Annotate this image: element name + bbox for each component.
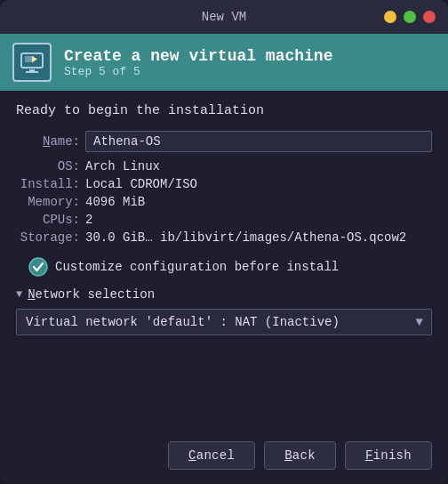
- memory-value: 4096 MiB: [85, 195, 145, 209]
- finish-label: Finish: [365, 448, 412, 463]
- name-row: Name:: [16, 131, 432, 152]
- os-value: Arch Linux: [85, 159, 160, 173]
- storage-value: 30.0 GiB… ib/libvirt/images/Athena-OS.qc…: [85, 230, 406, 245]
- back-label: Back: [284, 448, 316, 463]
- cpus-row: CPUs: 2: [16, 213, 432, 227]
- cpus-value: 2: [85, 213, 92, 227]
- header-text: Create a new virtual machine Step 5 of 5: [64, 47, 332, 78]
- vm-icon: [20, 50, 44, 75]
- name-input[interactable]: [85, 131, 432, 152]
- back-button[interactable]: Back: [264, 441, 336, 470]
- memory-label: Memory:: [16, 195, 80, 209]
- window-controls: [384, 11, 436, 23]
- os-row: OS: Arch Linux: [16, 159, 432, 173]
- os-label: OS:: [16, 159, 80, 173]
- memory-row: Memory: 4096 MiB: [16, 195, 432, 209]
- finish-button[interactable]: Finish: [345, 441, 432, 470]
- cpus-label: CPUs:: [16, 213, 80, 227]
- dialog-title: Create a new virtual machine: [64, 47, 332, 65]
- network-header: ▼ Network selection: [16, 287, 432, 302]
- ready-text: Ready to begin the installation: [16, 103, 432, 118]
- cancel-button[interactable]: Cancel: [168, 441, 255, 470]
- customize-row[interactable]: Customize configuration before install: [16, 257, 432, 277]
- dialog-footer: Cancel Back Finish: [0, 432, 448, 484]
- header-icon: [12, 43, 52, 82]
- network-section: ▼ Network selection Virtual network 'def…: [16, 287, 432, 335]
- minimize-button[interactable]: [384, 11, 396, 23]
- install-value: Local CDROM/ISO: [85, 177, 197, 191]
- customize-label: Customize configuration before install: [55, 260, 339, 274]
- info-table: Name: OS: Arch Linux Install: Local CDRO…: [16, 131, 432, 245]
- titlebar: New VM: [0, 0, 448, 34]
- svg-rect-4: [26, 71, 38, 73]
- collapse-arrow-icon[interactable]: ▼: [16, 288, 22, 301]
- close-button[interactable]: [423, 11, 436, 23]
- install-row: Install: Local CDROM/ISO: [16, 177, 432, 191]
- checkmark-icon: [28, 257, 48, 277]
- cancel-label: Cancel: [188, 448, 235, 463]
- name-label: Name:: [16, 134, 80, 149]
- maximize-button[interactable]: [404, 11, 416, 23]
- dialog-subtitle: Step 5 of 5: [64, 65, 332, 78]
- svg-marker-2: [32, 56, 37, 62]
- storage-row: Storage: 30.0 GiB… ib/libvirt/images/Ath…: [16, 230, 432, 245]
- dialog-content: Ready to begin the installation Name: OS…: [0, 91, 448, 432]
- network-dropdown-wrapper: Virtual network 'default' : NAT (Inactiv…: [16, 309, 432, 335]
- svg-point-5: [29, 258, 47, 276]
- network-label: Network selection: [28, 287, 155, 302]
- window-title: New VM: [202, 10, 246, 24]
- dialog-header: Create a new virtual machine Step 5 of 5: [0, 34, 448, 91]
- network-dropdown[interactable]: Virtual network 'default' : NAT (Inactiv…: [16, 309, 432, 335]
- storage-label: Storage:: [16, 230, 80, 245]
- check-svg: [28, 257, 48, 277]
- install-label: Install:: [16, 177, 80, 191]
- window: New VM Create a new virtual machine Step…: [0, 0, 448, 484]
